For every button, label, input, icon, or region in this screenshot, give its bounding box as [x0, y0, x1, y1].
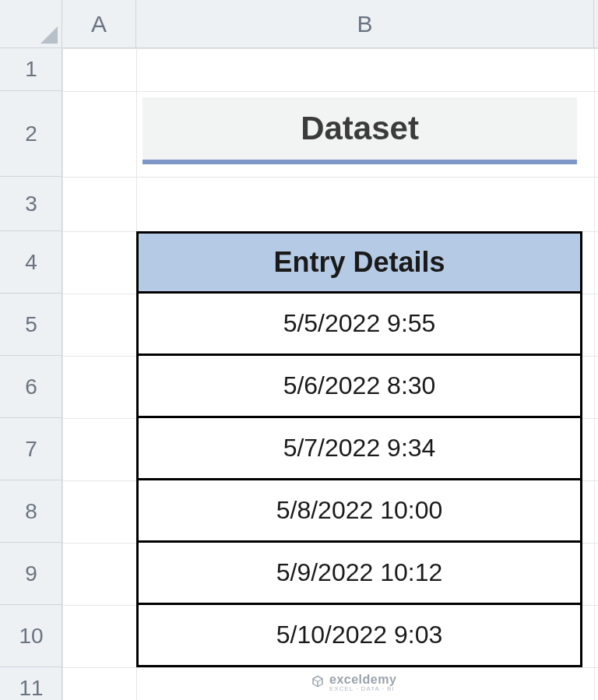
row-headers: 1234567891011: [0, 48, 62, 700]
row-header-7[interactable]: 7: [0, 418, 62, 480]
gridline: [62, 48, 63, 700]
gridline: [62, 91, 598, 92]
row-header-1[interactable]: 1: [0, 48, 62, 91]
column-header-a[interactable]: A: [62, 0, 136, 48]
row-header-11[interactable]: 11: [0, 667, 62, 700]
column-headers: AB: [62, 0, 598, 48]
gridline: [62, 667, 598, 668]
table-row[interactable]: 5/5/2022 9:55: [136, 294, 582, 356]
gridline: [62, 48, 598, 49]
dataset-title: Dataset: [142, 97, 577, 164]
table-row[interactable]: 5/6/2022 8:30: [136, 356, 582, 418]
watermark-tagline: EXCEL · DATA · BI: [329, 686, 396, 692]
row-header-6[interactable]: 6: [0, 356, 62, 418]
table-row[interactable]: 5/7/2022 9:34: [136, 418, 582, 480]
table-row[interactable]: 5/8/2022 10:00: [136, 480, 582, 543]
exceldemy-watermark: exceldemy EXCEL · DATA · BI: [311, 674, 396, 692]
row-header-9[interactable]: 9: [0, 543, 62, 605]
row-header-5[interactable]: 5: [0, 294, 62, 356]
row-header-8[interactable]: 8: [0, 480, 62, 543]
row-header-4[interactable]: 4: [0, 231, 62, 294]
cube-icon: [311, 674, 325, 691]
spreadsheet: AB 1234567891011 5/5/2022 9:555/6/2022 8…: [0, 0, 598, 700]
table-row[interactable]: 5/9/2022 10:12: [136, 543, 582, 605]
row-header-2[interactable]: 2: [0, 91, 62, 177]
row-header-10[interactable]: 10: [0, 605, 62, 667]
watermark-brand: exceldemy: [329, 674, 396, 686]
cell-grid[interactable]: 5/5/2022 9:555/6/2022 8:305/7/2022 9:345…: [62, 48, 598, 700]
row-header-3[interactable]: 3: [0, 177, 62, 231]
gridline: [62, 177, 598, 178]
column-header-b[interactable]: B: [136, 0, 594, 48]
table-row[interactable]: 5/10/2022 9:03: [136, 605, 582, 667]
gridline: [594, 48, 595, 700]
table-header-entry-details[interactable]: Entry Details: [136, 231, 582, 294]
select-all-corner[interactable]: [0, 0, 62, 48]
